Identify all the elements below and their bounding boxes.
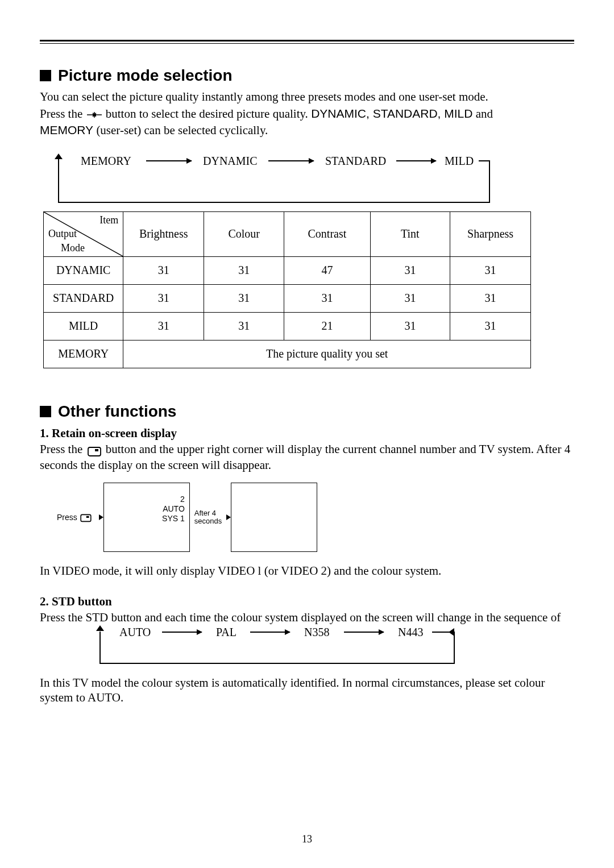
paragraph: In this TV model the colour system is au… bbox=[40, 675, 574, 705]
osd-sound-system: SYS 1 bbox=[162, 514, 185, 524]
paragraph: You can select the picture quality insta… bbox=[40, 89, 574, 104]
cycle-item: PAL bbox=[216, 626, 237, 639]
tv-screen-with-osd: 2 AUTO SYS 1 bbox=[103, 483, 190, 552]
table-row: DYNAMIC 31 31 47 31 31 bbox=[44, 256, 531, 284]
text: Press the bbox=[40, 107, 82, 121]
value-cell: 31 bbox=[450, 256, 531, 284]
svg-marker-14 bbox=[449, 628, 454, 636]
table-corner-cell: Item Output Mode bbox=[44, 211, 123, 256]
section-title-text: Picture mode selection bbox=[58, 67, 233, 85]
svg-marker-13 bbox=[96, 625, 104, 631]
corner-label-output: Output bbox=[48, 228, 77, 240]
value-cell: 31 bbox=[123, 256, 204, 284]
osd-diagram: Press 2 AUTO SYS 1 After 4 seconds bbox=[57, 483, 574, 552]
table-header: Contrast bbox=[284, 211, 370, 256]
text: button to select the desired picture qua… bbox=[106, 107, 308, 121]
bullet-square-icon bbox=[40, 70, 51, 81]
text: Press the bbox=[40, 442, 82, 456]
osd-press-label: Press bbox=[57, 513, 93, 522]
bullet-square-icon bbox=[40, 406, 51, 417]
cycle-item: STANDARD bbox=[325, 155, 386, 168]
value-cell: 31 bbox=[450, 312, 531, 340]
value-cell: 31 bbox=[370, 256, 450, 284]
paragraph: In VIDEO mode, it will only display VIDE… bbox=[40, 563, 574, 578]
memory-row-text: The picture quality you set bbox=[123, 340, 531, 368]
osd-colour-system: AUTO bbox=[162, 504, 185, 514]
paragraph: Press the button to select the desired p… bbox=[40, 106, 574, 138]
arrow-right-icon bbox=[99, 514, 103, 520]
display-button-icon bbox=[87, 443, 102, 458]
value-cell: 31 bbox=[123, 284, 204, 312]
mode-cell: MEMORY bbox=[44, 340, 123, 368]
arrow-right-icon bbox=[226, 514, 231, 520]
display-button-icon bbox=[80, 513, 92, 522]
text: Press bbox=[57, 513, 77, 522]
section-title-picture-mode: Picture mode selection bbox=[40, 67, 574, 85]
tv-screen-blank bbox=[231, 483, 317, 552]
value-cell: 31 bbox=[284, 284, 370, 312]
svg-rect-10 bbox=[95, 449, 98, 451]
after-4-seconds-label: After 4 seconds bbox=[194, 509, 222, 526]
svg-rect-11 bbox=[81, 514, 91, 521]
page-top-rule bbox=[40, 40, 574, 44]
value-cell: 31 bbox=[450, 284, 531, 312]
mode-cell: DYNAMIC bbox=[44, 256, 123, 284]
page-number: 13 bbox=[0, 833, 614, 845]
text-modes: DYNAMIC, STANDARD, MILD bbox=[311, 107, 472, 120]
picture-mode-table: Item Output Mode Brightness Colour Contr… bbox=[43, 211, 531, 368]
value-cell: 31 bbox=[204, 312, 284, 340]
table-header: Brightness bbox=[123, 211, 204, 256]
table-header: Tint bbox=[370, 211, 450, 256]
text: You can select the picture quality insta… bbox=[40, 90, 488, 103]
corner-label-item: Item bbox=[99, 214, 118, 226]
osd-channel-number: 2 bbox=[162, 495, 185, 504]
svg-rect-9 bbox=[88, 447, 101, 456]
paragraph: Press the button and the upper right cor… bbox=[40, 442, 574, 473]
mode-cell: STANDARD bbox=[44, 284, 123, 312]
cycle-item: MEMORY bbox=[81, 155, 131, 168]
cycle-item: DYNAMIC bbox=[203, 155, 258, 168]
subheading-retain-osd: 1. Retain on-screen display bbox=[40, 426, 574, 441]
table-row: MEMORY The picture quality you set bbox=[44, 340, 531, 368]
subheading-std-button: 2. STD button bbox=[40, 595, 574, 609]
table-header: Colour bbox=[204, 211, 284, 256]
svg-rect-7 bbox=[58, 158, 59, 163]
text: seconds bbox=[194, 517, 222, 525]
corner-label-mode: Mode bbox=[61, 242, 85, 254]
cycle-item: MILD bbox=[445, 155, 474, 168]
value-cell: 31 bbox=[204, 256, 284, 284]
section-title-other-functions: Other functions bbox=[40, 402, 574, 421]
table-row: MILD 31 31 21 31 31 bbox=[44, 312, 531, 340]
value-cell: 21 bbox=[284, 312, 370, 340]
std-cycle-diagram: AUTO PAL N358 N443 bbox=[91, 627, 455, 653]
value-cell: 31 bbox=[123, 312, 204, 340]
value-cell: 31 bbox=[370, 284, 450, 312]
table-header: Sharpness bbox=[450, 211, 531, 256]
cycle-item: AUTO bbox=[119, 626, 151, 639]
cycle-item: N443 bbox=[398, 626, 423, 639]
value-cell: 31 bbox=[370, 312, 450, 340]
text: After 4 bbox=[194, 509, 222, 517]
picture-mode-button-icon bbox=[87, 107, 102, 122]
paragraph: Press the STD button and each time the c… bbox=[40, 610, 574, 625]
mode-cell: MILD bbox=[44, 312, 123, 340]
cycle-item: N358 bbox=[304, 626, 329, 639]
value-cell: 31 bbox=[204, 284, 284, 312]
text: (user-set) can be selected cyclically. bbox=[93, 123, 268, 137]
text: button and the upper right corner will d… bbox=[40, 442, 570, 472]
value-cell: 47 bbox=[284, 256, 370, 284]
svg-rect-12 bbox=[86, 516, 89, 518]
section-title-text: Other functions bbox=[58, 402, 176, 421]
table-row: STANDARD 31 31 31 31 31 bbox=[44, 284, 531, 312]
text-memory: MEMORY bbox=[40, 123, 93, 136]
picture-mode-cycle-diagram: MEMORY DYNAMIC STANDARD MILD bbox=[47, 155, 574, 189]
text: and bbox=[472, 107, 493, 121]
